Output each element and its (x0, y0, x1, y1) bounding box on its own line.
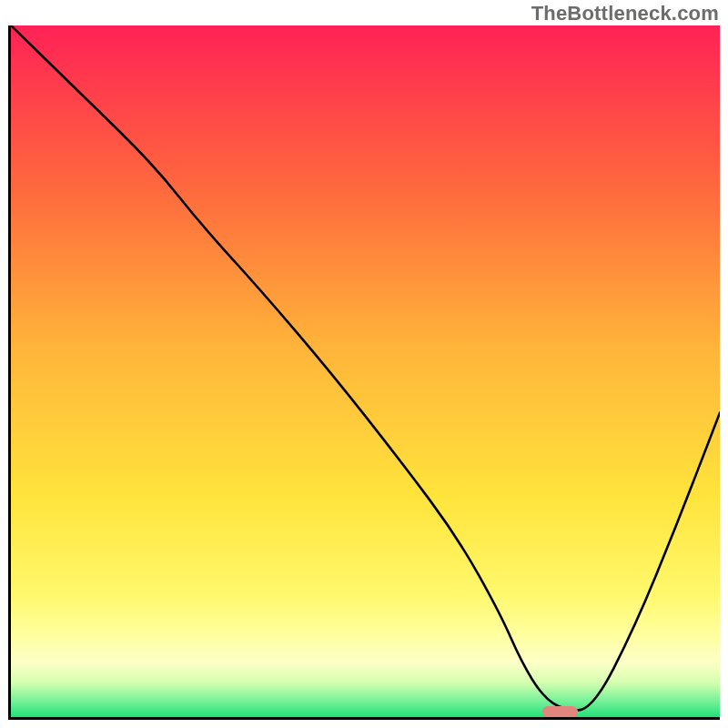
watermark-text: TheBottleneck.com (531, 2, 719, 25)
bottleneck-chart: TheBottleneck.com (0, 0, 728, 728)
plot-area (8, 25, 720, 720)
curve-path (11, 25, 720, 710)
bottleneck-curve (11, 25, 720, 717)
optimal-marker (542, 706, 578, 717)
